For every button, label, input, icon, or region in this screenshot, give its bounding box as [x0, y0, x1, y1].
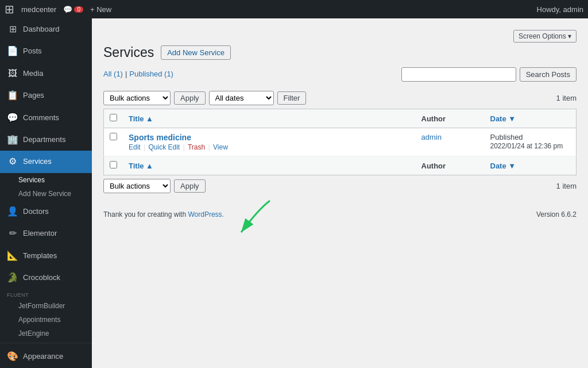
- tablenav-top: Bulk actions Move to Trash Apply All dat…: [103, 91, 577, 105]
- screen-options-bar: Screen Options ▾: [103, 30, 577, 43]
- sidebar-item-media[interactable]: 🖼 Media: [0, 63, 92, 85]
- sidebar-label-media: Media: [23, 68, 43, 79]
- sidebar-label-comments: Comments: [23, 113, 59, 123]
- date-column-header: Date ▼: [485, 109, 577, 128]
- screen-options-button[interactable]: Screen Options ▾: [513, 30, 577, 43]
- title-sort-link[interactable]: Title ▲: [129, 114, 153, 123]
- table-footer-row: Title ▲ Author Date ▼: [104, 156, 577, 175]
- select-all-footer-checkbox[interactable]: [110, 161, 117, 168]
- howdy-label[interactable]: Howdy, admin: [537, 5, 583, 14]
- edit-link[interactable]: Edit: [129, 143, 141, 151]
- sidebar-item-elementor[interactable]: ✏ Elementor: [0, 223, 92, 244]
- sidebar-label-elementor: Elementor: [23, 228, 57, 239]
- sidebar-item-dashboard[interactable]: ⊞ Dashboard: [0, 18, 92, 40]
- footer-thank-you-text: Thank you for creating with: [103, 210, 186, 218]
- sidebar-item-posts[interactable]: 📄 Posts: [0, 40, 92, 62]
- admin-bar: ⊞ medcenter 💬 0 + New Howdy, admin: [0, 0, 588, 18]
- sidebar-item-crocoblock[interactable]: 🐊 Crocoblock: [0, 267, 92, 289]
- quick-edit-link[interactable]: Quick Edit: [148, 143, 180, 151]
- comments-icon: 💬: [7, 112, 18, 124]
- author-link[interactable]: admin: [421, 133, 442, 141]
- table-row: Sports medicine Edit | Quick Edit | Tras…: [104, 128, 577, 156]
- row-checkbox[interactable]: [110, 133, 117, 140]
- item-count-bottom: 1 item: [556, 182, 577, 190]
- filter-button-top[interactable]: Filter: [277, 91, 307, 105]
- wp-logo-icon[interactable]: ⊞: [5, 2, 14, 16]
- sidebar-item-appointments[interactable]: Appointments: [0, 313, 92, 327]
- media-icon: 🖼: [7, 67, 18, 80]
- sidebar-label-jetengine: JetEngine: [18, 329, 49, 338]
- posts-table: Title ▲ Author Date ▼ Sport: [103, 109, 577, 175]
- table-header-row: Title ▲ Author Date ▼: [104, 109, 577, 128]
- view-link[interactable]: View: [213, 143, 228, 151]
- post-title-link[interactable]: Sports medicine: [129, 133, 410, 142]
- admin-sidebar: ⊞ Dashboard 📄 Posts 🖼 Media 📋 Pages 💬 Co…: [0, 18, 92, 368]
- sidebar-label-crocoblock: Crocoblock: [23, 273, 60, 283]
- trash-link[interactable]: Trash: [188, 143, 205, 151]
- submenu-label-add-new-service: Add New Service: [18, 190, 71, 198]
- comments-notif[interactable]: 💬 0: [63, 5, 83, 14]
- filter-all-link[interactable]: All (1): [103, 70, 123, 78]
- view-action: View: [213, 143, 228, 151]
- author-footer-header: Author: [416, 156, 485, 175]
- table-container: Title ▲ Author Date ▼ Sport: [103, 109, 577, 175]
- apply-button-bottom[interactable]: Apply: [174, 179, 206, 193]
- dates-select-top[interactable]: All dates January 2022: [209, 91, 274, 105]
- services-icon: ⚙: [7, 155, 18, 168]
- sidebar-label-posts: Posts: [23, 46, 42, 56]
- date-footer-sort-link[interactable]: Date ▼: [490, 162, 516, 170]
- bulk-actions-select-bottom[interactable]: Bulk actions Move to Trash: [103, 179, 171, 193]
- sidebar-label-departments: Departments: [23, 135, 65, 145]
- submenu-item-add-new-service[interactable]: Add New Service: [0, 187, 92, 201]
- page-header: Services Add New Service: [103, 45, 577, 60]
- sidebar-item-services[interactable]: ⚙ Services: [0, 151, 92, 172]
- date-sort-link[interactable]: Date ▼: [490, 114, 516, 123]
- sidebar-item-departments[interactable]: 🏢 Departments: [0, 129, 92, 151]
- sidebar-label-templates: Templates: [23, 251, 57, 261]
- date-footer-header: Date ▼: [485, 156, 577, 175]
- row-date-cell: Published 2022/01/24 at 12:36 pm: [485, 128, 577, 156]
- quick-edit-action: Quick Edit: [148, 143, 180, 151]
- sidebar-item-pages[interactable]: 📋 Pages: [0, 85, 92, 106]
- new-content-link[interactable]: + New: [90, 5, 111, 14]
- select-all-header: [104, 109, 123, 128]
- bulk-actions-select-top[interactable]: Bulk actions Move to Trash: [103, 91, 171, 105]
- sidebar-item-doctors[interactable]: 👤 Doctors: [0, 201, 92, 223]
- page-footer: Thank you for creating with WordPress. V…: [103, 205, 577, 224]
- sidebar-item-appearance[interactable]: 🎨 Appearance: [0, 346, 92, 367]
- elementor-icon: ✏: [7, 227, 18, 240]
- title-footer-sort-link[interactable]: Title ▲: [129, 162, 153, 170]
- notif-count: 0: [74, 6, 83, 13]
- posts-icon: 📄: [7, 45, 18, 57]
- search-posts-button[interactable]: Search Posts: [520, 67, 577, 82]
- search-posts-input[interactable]: [401, 67, 516, 82]
- submenu-item-services-list[interactable]: Services: [0, 173, 92, 187]
- select-all-checkbox[interactable]: [110, 114, 117, 121]
- sidebar-label-doctors: Doctors: [23, 206, 49, 217]
- version-info: Version 6.6.2: [536, 210, 577, 218]
- filter-published-link[interactable]: Published (1): [129, 70, 173, 78]
- sidebar-item-templates[interactable]: 📐 Templates: [0, 245, 92, 267]
- page-title: Services: [103, 45, 154, 60]
- trash-action: Trash: [188, 143, 205, 151]
- wordpress-link[interactable]: WordPress.: [188, 210, 223, 218]
- apply-button-top[interactable]: Apply: [174, 91, 206, 105]
- crocoblock-icon: 🐊: [7, 271, 18, 284]
- item-count-top: 1 item: [556, 94, 577, 102]
- title-column-header: Title ▲: [123, 109, 416, 128]
- sidebar-label-services: Services: [23, 156, 52, 167]
- sidebar-label-jetformbuilder: JetFormBuilder: [18, 302, 65, 310]
- fluent-section-label: FLUENT: [0, 289, 92, 299]
- sidebar-item-comments[interactable]: 💬 Comments: [0, 107, 92, 129]
- select-all-footer: [104, 156, 123, 175]
- title-footer-header: Title ▲: [123, 156, 416, 175]
- sidebar-label-pages: Pages: [23, 90, 44, 101]
- sidebar-item-jetformbuilder[interactable]: JetFormBuilder: [0, 299, 92, 313]
- submenu-label-services-list: Services: [18, 176, 45, 184]
- add-new-service-button[interactable]: Add New Service: [161, 45, 231, 60]
- doctors-icon: 👤: [7, 205, 18, 218]
- site-name[interactable]: medcenter: [21, 5, 56, 14]
- sidebar-item-jetengine[interactable]: JetEngine: [0, 327, 92, 340]
- post-status: Published: [490, 133, 523, 141]
- search-bar: Search Posts: [401, 67, 577, 82]
